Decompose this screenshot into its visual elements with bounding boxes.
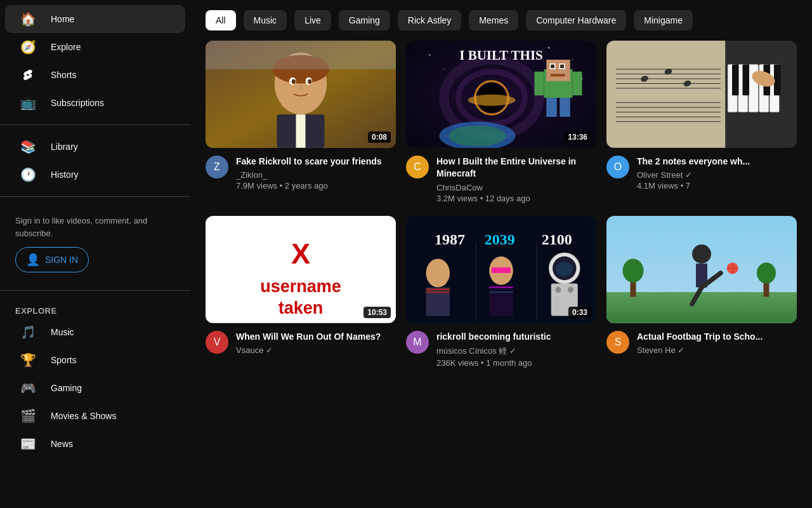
sign-in-label: SIGN IN bbox=[45, 255, 78, 265]
video-title: The 2 notes everyone wh... bbox=[637, 156, 797, 168]
svg-rect-25 bbox=[546, 60, 570, 81]
channel-name: Oliver Street ✓ bbox=[637, 170, 797, 180]
sidebar-label-sports: Sports bbox=[51, 355, 76, 365]
channel-avatar: C bbox=[406, 156, 429, 178]
video-thumbnail-wrapper bbox=[606, 216, 797, 323]
video-stats: 236K views • 1 month ago bbox=[436, 358, 596, 368]
video-card-v1[interactable]: 0:08ZFake Rickroll to scare your friends… bbox=[206, 41, 396, 203]
channel-avatar: Z bbox=[206, 156, 228, 178]
filter-chip-memes[interactable]: Memes bbox=[469, 10, 518, 30]
filter-chip-live[interactable]: Live bbox=[294, 10, 331, 30]
svg-point-15 bbox=[548, 47, 549, 48]
filter-chip-computer-hardware[interactable]: Computer Hardware bbox=[526, 10, 626, 30]
explore-heading: EXPLORE bbox=[0, 298, 190, 318]
svg-text:1987: 1987 bbox=[435, 231, 465, 248]
video-stats: 3.2M views • 12 days ago bbox=[436, 194, 596, 203]
video-card-v5[interactable]: 1987 2039 2100 bbox=[406, 216, 596, 368]
shorts-icon bbox=[20, 67, 36, 83]
sidebar-label-shorts: Shorts bbox=[51, 70, 76, 80]
svg-rect-62 bbox=[774, 65, 781, 96]
sign-in-section: Sign in to like videos, comment, and sub… bbox=[0, 204, 190, 283]
svg-point-8 bbox=[298, 86, 303, 90]
channel-name: ChrisDaCow bbox=[436, 183, 596, 192]
sidebar-label-home: Home bbox=[51, 14, 74, 24]
sign-in-prompt: Sign in to like videos, comment, and sub… bbox=[15, 216, 147, 238]
sidebar-label-library: Library bbox=[51, 142, 78, 152]
video-meta: rickroll becoming futuristicmúsicos Cíni… bbox=[436, 331, 596, 368]
sidebar-item-explore[interactable]: 🧭 Explore bbox=[5, 33, 185, 61]
filter-bar: AllMusicLiveGamingRick AstleyMemesComput… bbox=[206, 0, 797, 41]
video-meta: Fake Rickroll to scare your friends_Zikl… bbox=[236, 156, 396, 191]
sign-in-icon: 👤 bbox=[26, 253, 40, 267]
video-duration: 10:53 bbox=[363, 307, 391, 318]
svg-point-101 bbox=[757, 262, 776, 283]
svg-rect-79 bbox=[489, 285, 513, 316]
sidebar-label-gaming: Gaming bbox=[51, 383, 82, 393]
video-card-v4[interactable]: X username taken 10:53VWhen Will We Run … bbox=[206, 216, 396, 368]
filter-chip-minigame[interactable]: Minigame bbox=[634, 10, 693, 30]
gaming-icon: 🎮 bbox=[20, 380, 36, 396]
video-info: OThe 2 notes everyone wh...Oliver Street… bbox=[606, 148, 797, 191]
channel-name: Steven He ✓ bbox=[637, 345, 797, 355]
svg-point-88 bbox=[568, 287, 573, 293]
filter-chip-gaming[interactable]: Gaming bbox=[339, 10, 390, 30]
explore-icon: 🧭 bbox=[20, 39, 36, 55]
video-title: Actual Footbag Trip to Scho... bbox=[637, 331, 797, 344]
svg-point-23 bbox=[468, 95, 516, 106]
svg-point-17 bbox=[443, 69, 445, 70]
svg-rect-10 bbox=[296, 114, 306, 148]
svg-point-37 bbox=[449, 126, 506, 147]
sidebar-item-home[interactable]: 🏠 Home bbox=[5, 5, 185, 33]
home-icon: 🏠 bbox=[20, 11, 36, 27]
video-card-v3[interactable]: OThe 2 notes everyone wh...Oliver Street… bbox=[606, 41, 797, 203]
svg-text:X: X bbox=[291, 237, 310, 270]
svg-point-87 bbox=[556, 287, 561, 293]
svg-rect-32 bbox=[560, 98, 570, 117]
sidebar-item-shorts[interactable]: Shorts bbox=[5, 61, 185, 89]
video-meta: Actual Footbag Trip to Scho...Steven He … bbox=[637, 331, 797, 357]
svg-rect-39 bbox=[606, 41, 726, 148]
svg-text:taken: taken bbox=[278, 298, 324, 318]
sidebar-item-gaming[interactable]: 🎮 Gaming bbox=[5, 374, 185, 402]
video-card-v6[interactable]: SActual Footbag Trip to Scho...Steven He… bbox=[606, 216, 797, 368]
filter-chip-all[interactable]: All bbox=[206, 10, 236, 30]
music-icon: 🎵 bbox=[20, 324, 36, 340]
sidebar-item-sports[interactable]: 🏆 Sports bbox=[5, 346, 185, 374]
svg-rect-31 bbox=[546, 98, 557, 117]
history-icon: 🕐 bbox=[20, 167, 36, 182]
sidebar-label-movies: Movies & Shows bbox=[51, 411, 116, 421]
sign-in-button[interactable]: 👤 SIGN IN bbox=[15, 247, 89, 272]
video-meta: When Will We Run Out Of Names?Vsauce ✓ bbox=[236, 331, 396, 357]
sidebar-label-subscriptions: Subscriptions bbox=[51, 98, 104, 108]
sidebar-item-library[interactable]: 📚 Library bbox=[5, 133, 185, 161]
svg-point-85 bbox=[556, 262, 573, 277]
sidebar-item-music[interactable]: 🎵 Music bbox=[5, 318, 185, 346]
svg-text:2100: 2100 bbox=[542, 231, 572, 248]
channel-name: músicos Cínicos 鲤 ✓ bbox=[436, 345, 596, 357]
video-card-v2[interactable]: I BUILT THIS 13:36CHow I Built the Entir… bbox=[406, 41, 596, 203]
svg-rect-34 bbox=[573, 72, 582, 96]
sidebar-item-history[interactable]: 🕐 History bbox=[5, 161, 185, 189]
video-info: VWhen Will We Run Out Of Names?Vsauce ✓ bbox=[206, 323, 396, 357]
video-thumbnail-wrapper bbox=[606, 41, 797, 148]
svg-point-91 bbox=[692, 244, 711, 264]
filter-chip-rick-astley[interactable]: Rick Astley bbox=[398, 10, 461, 30]
subscriptions-icon: 📺 bbox=[20, 95, 36, 110]
channel-avatar: V bbox=[206, 331, 228, 354]
video-thumbnail-wrapper: 0:08 bbox=[206, 41, 396, 148]
video-title: How I Built the Entire Universe in Minec… bbox=[436, 156, 596, 180]
sidebar-item-subscriptions[interactable]: 📺 Subscriptions bbox=[5, 89, 185, 117]
channel-avatar: M bbox=[406, 331, 429, 354]
svg-rect-28 bbox=[551, 65, 554, 69]
main-content: AllMusicLiveGamingRick AstleyMemesComput… bbox=[190, 0, 812, 508]
svg-text:2039: 2039 bbox=[485, 231, 515, 248]
video-thumbnail-wrapper: I BUILT THIS 13:36 bbox=[406, 41, 596, 148]
filter-chip-music[interactable]: Music bbox=[244, 10, 287, 30]
sidebar: 🏠 Home 🧭 Explore Shorts 📺 Subscriptions … bbox=[0, 0, 190, 508]
video-grid: 0:08ZFake Rickroll to scare your friends… bbox=[206, 41, 797, 368]
sidebar-item-movies[interactable]: 🎬 Movies & Shows bbox=[5, 402, 185, 430]
video-info: ZFake Rickroll to scare your friends_Zik… bbox=[206, 148, 396, 191]
sidebar-item-news[interactable]: 📰 News bbox=[5, 430, 185, 458]
svg-rect-77 bbox=[426, 291, 450, 293]
sidebar-label-music: Music bbox=[51, 327, 74, 337]
